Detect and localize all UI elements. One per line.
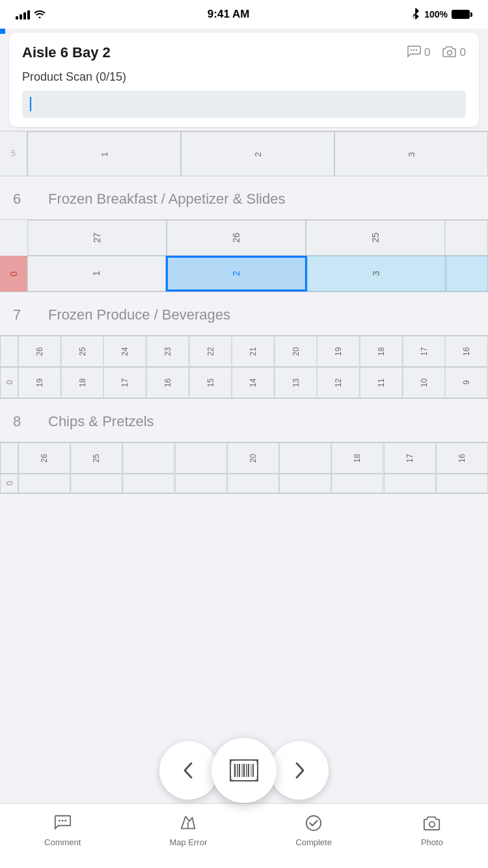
complete-tab-icon bbox=[302, 811, 325, 835]
svg-point-3 bbox=[447, 51, 452, 55]
tab-map-error[interactable]: Map Error bbox=[169, 811, 207, 847]
photo-tab-icon bbox=[420, 811, 444, 835]
s7-t-26: 26 bbox=[18, 336, 61, 367]
aisle-6-name: Frozen Breakfast / Appetizer & Slides bbox=[48, 191, 285, 208]
status-left bbox=[16, 9, 46, 20]
scan-cursor bbox=[30, 97, 31, 111]
s7-b-17: 17 bbox=[103, 367, 146, 398]
shelf-grid-8: 26 25 20 18 17 16 0 bbox=[0, 442, 488, 494]
s8-t-26: 26 bbox=[18, 442, 70, 474]
shelf-6-bottom-row: 1 2 3 bbox=[27, 256, 488, 292]
header-top: Aisle 6 Bay 2 0 bbox=[22, 44, 466, 61]
partial-cells: 1 2 3 bbox=[27, 131, 488, 176]
shelf-6-cols: 27 26 25 1 2 3 bbox=[27, 220, 488, 292]
photo-count: 0 bbox=[460, 46, 466, 59]
s7-b-12: 12 bbox=[317, 367, 360, 398]
s8-t-16: 16 bbox=[436, 442, 488, 474]
svg-point-1 bbox=[413, 49, 414, 51]
shelf-8-bot-cells bbox=[18, 474, 488, 493]
status-bar: 9:41 AM 100% bbox=[0, 0, 488, 29]
cell-25: 25 bbox=[306, 220, 445, 256]
s8-b-7 bbox=[331, 474, 383, 493]
partial-side-label: 5 bbox=[0, 131, 27, 176]
svg-point-2 bbox=[416, 49, 417, 51]
aisle-6-number: 6 bbox=[13, 191, 29, 208]
shelf-7-top-cells: 26 25 24 23 22 21 20 19 18 17 16 bbox=[18, 336, 488, 367]
s8-t-x4 bbox=[175, 442, 227, 474]
s7-t-24: 24 bbox=[103, 336, 146, 367]
aisle-8-label: 8 Chips & Pretzels bbox=[0, 399, 488, 442]
comment-count-group: 0 bbox=[407, 45, 430, 61]
cell-2-active[interactable]: 2 bbox=[166, 256, 307, 292]
row-label-0: 0 bbox=[0, 256, 27, 292]
s7-b-9: 9 bbox=[445, 367, 488, 398]
product-scan-label: Product Scan (0/15) bbox=[22, 70, 466, 84]
tab-photo-label: Photo bbox=[421, 837, 443, 847]
s8-b-6 bbox=[279, 474, 331, 493]
aisle-7-number: 7 bbox=[13, 306, 29, 323]
camera-icon bbox=[442, 46, 457, 60]
comment-bubble-icon bbox=[407, 45, 421, 61]
blue-accent bbox=[0, 29, 5, 34]
aisle-bay-title: Aisle 6 Bay 2 bbox=[22, 44, 111, 61]
s8-b-3 bbox=[122, 474, 174, 493]
s8-b-2 bbox=[70, 474, 122, 493]
scan-barcode-button[interactable] bbox=[211, 738, 277, 803]
s8-t-x6 bbox=[279, 442, 331, 474]
row-labels-6: 0 bbox=[0, 220, 27, 292]
shelf-8-bot-row: 0 bbox=[0, 474, 488, 493]
floating-controls bbox=[159, 738, 329, 803]
tab-complete-label: Complete bbox=[295, 837, 332, 847]
aisle-7-label: 7 Frozen Produce / Beverages bbox=[0, 292, 488, 335]
svg-point-17 bbox=[306, 816, 321, 830]
s8-b-4 bbox=[175, 474, 227, 493]
cell-26: 26 bbox=[167, 220, 306, 256]
s7-t-16: 16 bbox=[445, 336, 488, 367]
shelf-8-side-b: 0 bbox=[0, 474, 18, 493]
s8-b-5 bbox=[227, 474, 279, 493]
aisle-8-name: Chips & Pretzels bbox=[48, 413, 154, 430]
partial-cell-3: 3 bbox=[334, 131, 488, 176]
shelf-7-bot-cells: 19 18 17 16 15 14 13 12 11 10 9 bbox=[18, 367, 488, 398]
s7-b-18: 18 bbox=[61, 367, 104, 398]
status-time: 9:41 AM bbox=[208, 8, 250, 21]
svg-point-16 bbox=[64, 820, 66, 822]
s7-t-18: 18 bbox=[360, 336, 403, 367]
tab-map-error-label: Map Error bbox=[169, 837, 207, 847]
cell-3-light: 3 bbox=[307, 256, 446, 292]
s7-b-15: 15 bbox=[189, 367, 232, 398]
shelf-7-side-label-b: 0 bbox=[0, 367, 18, 398]
cell-27: 27 bbox=[27, 220, 167, 256]
tab-photo[interactable]: Photo bbox=[420, 811, 444, 847]
s7-b-13: 13 bbox=[275, 367, 318, 398]
shelf-7-top-row: 26 25 24 23 22 21 20 19 18 17 16 bbox=[0, 336, 488, 367]
partial-cell-2: 2 bbox=[181, 131, 334, 176]
cell-bot-extra bbox=[446, 256, 488, 292]
cell-1: 1 bbox=[27, 256, 166, 292]
tab-comment-label: Comment bbox=[44, 837, 81, 847]
s7-t-21: 21 bbox=[232, 336, 275, 367]
comment-count: 0 bbox=[424, 46, 430, 59]
header-card: Aisle 6 Bay 2 0 bbox=[9, 33, 479, 127]
tab-comment[interactable]: Comment bbox=[44, 811, 81, 847]
shelf-7-bottom-row: 0 19 18 17 16 15 14 13 12 11 10 9 bbox=[0, 367, 488, 398]
s7-t-25: 25 bbox=[61, 336, 104, 367]
header-action-icons: 0 0 bbox=[407, 45, 466, 61]
status-right: 100% bbox=[411, 8, 472, 21]
photo-count-group: 0 bbox=[442, 46, 466, 60]
cell-top-extra bbox=[445, 220, 488, 256]
row-label-top bbox=[0, 220, 27, 256]
prev-bay-button[interactable] bbox=[159, 741, 218, 800]
s7-b-10: 10 bbox=[403, 367, 446, 398]
s8-t-x3 bbox=[122, 442, 174, 474]
shelf-7-side-label bbox=[0, 336, 18, 367]
shelf-grid-6: 0 27 26 25 1 2 3 bbox=[0, 219, 488, 292]
s7-t-22: 22 bbox=[189, 336, 232, 367]
tab-complete[interactable]: Complete bbox=[295, 811, 332, 847]
bluetooth-icon bbox=[411, 8, 420, 21]
scan-input-wrapper[interactable] bbox=[22, 90, 466, 118]
aisle-8-number: 8 bbox=[13, 413, 29, 430]
map-error-tab-icon bbox=[176, 811, 200, 835]
next-bay-button[interactable] bbox=[270, 741, 329, 800]
s7-t-23: 23 bbox=[146, 336, 189, 367]
